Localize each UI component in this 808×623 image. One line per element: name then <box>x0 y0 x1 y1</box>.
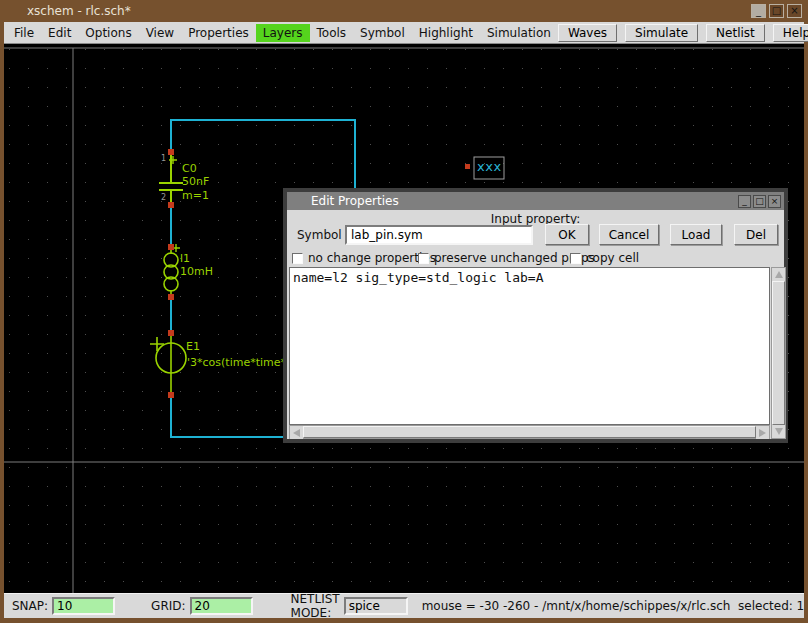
capacitor-value-label[interactable]: 50nF <box>182 176 209 187</box>
menu-highlight[interactable]: Highlight <box>412 24 480 42</box>
load-button[interactable]: Load <box>670 224 722 245</box>
capacitor-name-label[interactable]: C0 <box>182 163 197 174</box>
menu-layers[interactable]: Layers <box>256 24 310 42</box>
menu-bar: File Edit Options View Properties Layers… <box>4 22 804 44</box>
copy-cell-label: copy cell <box>586 251 639 265</box>
inductor-value-label[interactable]: 10mH <box>180 266 213 277</box>
window-controls: _ □ × <box>751 4 802 18</box>
preserve-unchanged-props-option: preserve unchanged props <box>418 251 595 265</box>
inductor-symbol[interactable] <box>164 244 180 294</box>
no-change-properties-option: no change properties <box>292 251 436 265</box>
edit-properties-dialog: Edit Properties _ □ × Input property: Sy… <box>283 188 788 443</box>
menu-action-buttons: Waves Simulate Netlist Help <box>558 24 808 42</box>
capacitor-param-label[interactable]: m=1 <box>182 190 209 201</box>
source-name-label[interactable]: E1 <box>186 341 200 352</box>
window-titlebar[interactable]: xschem - rlc.sch* _ □ × <box>0 0 808 22</box>
menu-view[interactable]: View <box>139 24 181 42</box>
scroll-right-icon[interactable] <box>756 426 769 439</box>
dialog-close-icon[interactable]: × <box>768 195 781 208</box>
no-change-properties-label: no change properties <box>308 251 436 265</box>
menu-properties[interactable]: Properties <box>181 24 256 42</box>
menu-file[interactable]: File <box>7 24 41 42</box>
properties-text-editor[interactable]: name=l2 sig_type=std_logic lab=A <box>289 267 770 425</box>
status-bar: SNAP: GRID: NETLIST MODE: mouse = -30 -2… <box>4 593 804 618</box>
maximize-icon[interactable]: □ <box>769 4 784 18</box>
xschem-window: xschem - rlc.sch* _ □ × File Edit Option… <box>0 0 808 623</box>
scroll-left-icon[interactable] <box>290 426 303 439</box>
dialog-controls: _ □ × <box>738 195 781 208</box>
netlist-button[interactable]: Netlist <box>706 24 765 42</box>
vertical-scrollbar-thumb[interactable] <box>772 281 785 425</box>
dialog-maximize-icon[interactable]: □ <box>753 195 766 208</box>
dialog-minimize-icon[interactable]: _ <box>738 195 751 208</box>
grid-label: GRID: <box>151 599 185 613</box>
scroll-up-icon[interactable] <box>772 268 785 281</box>
snap-input[interactable] <box>52 597 115 615</box>
scroll-down-icon[interactable] <box>772 425 785 438</box>
plus-mark-icon <box>150 337 164 351</box>
netlist-mode-label: NETLIST MODE: <box>291 592 340 620</box>
symbol-input[interactable] <box>345 225 533 245</box>
menu-edit[interactable]: Edit <box>41 24 78 42</box>
capacitor-pin1-number: 1 <box>161 155 166 163</box>
horizontal-scrollbar-thumb[interactable] <box>303 426 756 438</box>
menu-symbol[interactable]: Symbol <box>353 24 412 42</box>
waves-button[interactable]: Waves <box>558 24 617 42</box>
dialog-body: Input property: Symbol OK Cancel Load De… <box>287 210 784 439</box>
menu-simulation[interactable]: Simulation <box>480 24 558 42</box>
vertical-scrollbar[interactable] <box>771 267 786 439</box>
help-button[interactable]: Help <box>773 24 808 42</box>
inductor-name-label[interactable]: l1 <box>180 253 190 264</box>
cancel-button[interactable]: Cancel <box>599 224 659 245</box>
copy-cell-checkbox[interactable] <box>570 253 581 264</box>
del-button[interactable]: Del <box>734 224 778 245</box>
grid-input[interactable] <box>190 597 253 615</box>
menu-options[interactable]: Options <box>78 24 138 42</box>
dialog-titlebar[interactable]: Edit Properties _ □ × <box>287 192 784 210</box>
mouse-status-text: mouse = -30 -260 - /mnt/x/home/schippes/… <box>422 599 805 613</box>
net-label-text[interactable]: xxx <box>477 160 502 174</box>
no-change-properties-checkbox[interactable] <box>292 253 303 264</box>
window-title: xschem - rlc.sch* <box>27 4 131 18</box>
ok-button[interactable]: OK <box>545 224 589 245</box>
simulate-button[interactable]: Simulate <box>625 24 698 42</box>
copy-cell-option: copy cell <box>570 251 639 265</box>
net-label-pin <box>465 164 470 169</box>
source-symbol[interactable] <box>150 336 186 392</box>
netlist-mode-input[interactable] <box>344 597 408 615</box>
minimize-icon[interactable]: _ <box>751 4 766 18</box>
dialog-title: Edit Properties <box>311 194 399 208</box>
snap-label: SNAP: <box>12 599 48 613</box>
preserve-unchanged-props-checkbox[interactable] <box>418 253 429 264</box>
capacitor-pin2-number: 2 <box>161 194 166 202</box>
menu-tools[interactable]: Tools <box>310 24 354 42</box>
horizontal-scrollbar[interactable] <box>289 425 770 439</box>
close-icon[interactable]: × <box>787 4 802 18</box>
symbol-label: Symbol <box>297 228 342 242</box>
